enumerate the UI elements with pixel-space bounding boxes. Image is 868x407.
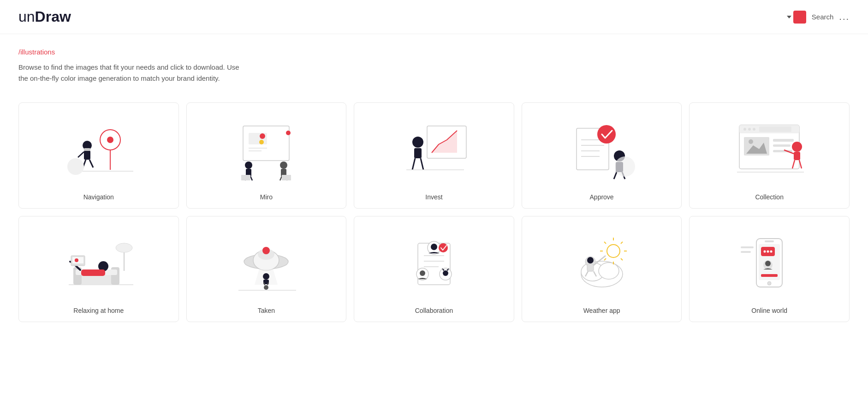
hero-section: /illustrations Browse to find the images… [0,34,868,93]
svg-point-94 [439,243,448,252]
svg-rect-5 [84,150,90,160]
svg-rect-55 [773,144,791,147]
svg-point-76 [75,258,78,262]
site-header: unDraw Search ... [0,0,868,34]
svg-point-129 [767,281,771,285]
card-collection[interactable]: Collection [689,102,850,209]
more-options-button[interactable]: ... [839,12,850,22]
card-miro[interactable]: Miro [186,102,347,209]
svg-rect-115 [587,264,594,271]
chevron-down-icon [787,16,791,18]
logo-text-regular: un [18,8,35,25]
card-weather[interactable]: Weather app [522,216,682,322]
illustration-invest [362,112,506,186]
card-collection-label: Collection [755,193,783,201]
svg-point-50 [753,128,755,131]
svg-point-69 [116,243,132,252]
card-invest[interactable]: Invest [354,102,514,209]
svg-point-49 [748,128,751,131]
card-weather-label: Weather app [583,307,620,314]
svg-point-13 [260,133,265,139]
svg-point-27 [286,131,291,135]
svg-rect-58 [794,152,800,160]
search-button[interactable]: Search [812,13,834,21]
svg-rect-20 [241,175,250,180]
illustration-collection [697,112,842,186]
svg-line-43 [614,172,617,179]
svg-point-96 [420,270,425,276]
illustration-approve [529,112,674,186]
svg-point-82 [263,273,269,280]
svg-line-7 [89,160,93,168]
svg-point-26 [259,140,264,144]
illustration-collaboration [362,226,506,299]
svg-line-112 [621,258,623,260]
illustration-grid: Navigation [0,93,868,336]
card-online-label: Online world [751,307,787,314]
svg-point-2 [107,137,113,143]
svg-rect-31 [414,148,422,158]
svg-point-122 [764,251,766,253]
card-approve-label: Approve [590,193,614,201]
svg-rect-54 [773,139,794,142]
color-picker-button[interactable] [787,11,806,24]
svg-point-21 [280,162,287,169]
card-relaxing[interactable]: Relaxing at home [18,216,179,322]
svg-point-126 [765,261,771,266]
header-controls: Search ... [787,11,850,24]
card-taken-label: Taken [258,307,275,314]
hero-description: Browse to find the images that fit your … [18,62,240,84]
svg-line-23 [280,176,282,180]
svg-rect-71 [81,269,105,276]
illustration-taken [194,226,339,299]
card-collaboration[interactable]: Collaboration [354,216,514,322]
breadcrumb-link[interactable]: /illustrations [18,48,55,56]
svg-point-80 [262,247,270,254]
card-collaboration-label: Collaboration [415,307,453,314]
card-relaxing-label: Relaxing at home [73,307,124,314]
svg-line-8 [78,152,84,157]
svg-rect-51 [759,126,791,132]
card-online[interactable]: Online world [689,216,850,322]
illustration-miro [194,112,339,186]
card-miro-label: Miro [260,193,273,201]
logo-text-bold: Draw [35,8,71,25]
svg-line-111 [604,258,606,260]
svg-point-98 [443,270,448,276]
card-navigation[interactable]: Navigation [18,102,179,209]
svg-line-19 [250,176,252,180]
svg-point-53 [749,139,753,144]
svg-point-103 [599,263,619,279]
svg-rect-131 [741,251,751,253]
svg-rect-10 [84,148,90,151]
illustration-relaxing [26,226,171,299]
svg-point-48 [743,128,746,131]
svg-line-32 [412,158,415,170]
svg-line-109 [604,242,606,244]
svg-rect-127 [761,274,778,277]
svg-point-124 [770,251,773,253]
svg-point-30 [412,137,423,148]
svg-rect-128 [765,240,774,242]
svg-point-84 [264,285,268,290]
svg-point-57 [792,142,802,152]
card-taken[interactable]: Taken [186,216,347,322]
svg-point-104 [607,245,620,257]
illustration-weather [529,226,674,299]
svg-point-16 [245,162,252,169]
svg-point-123 [767,251,769,253]
card-navigation-label: Navigation [83,193,114,201]
illustration-navigation [26,112,171,186]
svg-rect-130 [741,246,754,248]
svg-point-114 [587,257,594,263]
svg-line-33 [421,158,423,170]
svg-point-93 [431,244,437,250]
card-invest-label: Invest [425,193,442,201]
illustration-online [697,226,842,299]
card-approve[interactable]: Approve [522,102,682,209]
svg-point-9 [67,158,84,175]
svg-point-40 [597,125,616,144]
color-swatch [793,11,806,24]
site-logo[interactable]: unDraw [18,8,787,25]
svg-point-45 [615,156,635,177]
